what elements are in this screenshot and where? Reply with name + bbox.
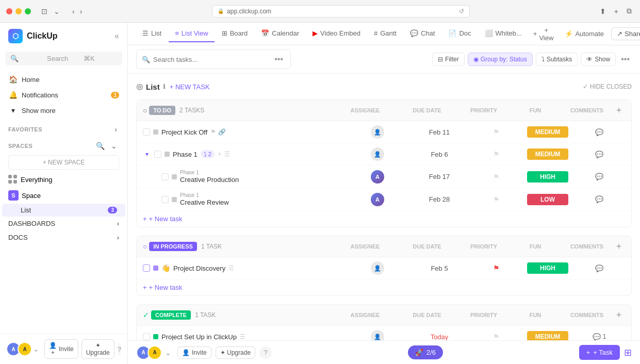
table-row[interactable]: Phase 1 Creative Review A Feb 28 ⚑ xyxy=(137,188,631,211)
task-flag-icon[interactable]: ⚑ xyxy=(210,128,216,136)
task-menu-icon[interactable]: ☰ xyxy=(240,333,245,340)
table-row[interactable]: Phase 1 Creative Production A Feb 17 ⚑ xyxy=(137,166,631,188)
forward-btn[interactable]: › xyxy=(78,6,85,16)
add-task-complete-btn[interactable]: + xyxy=(613,309,625,321)
priority-flag[interactable]: ⚑ xyxy=(493,195,500,204)
user-dropdown-btn[interactable]: ⌄ xyxy=(31,342,41,356)
priority-flag[interactable]: ⚑ xyxy=(493,128,500,136)
new-task-main-btn[interactable]: + + Task xyxy=(579,345,620,360)
toolbar-more-btn[interactable]: ••• xyxy=(619,53,632,66)
search-tasks-field[interactable] xyxy=(153,56,269,63)
tab-list-icon[interactable]: ☰ List xyxy=(136,25,168,42)
assignee-avatar[interactable]: A xyxy=(371,170,384,184)
minimize-window-btn[interactable] xyxy=(15,8,22,14)
tab-doc[interactable]: 📄 Doc xyxy=(442,25,477,42)
close-window-btn[interactable] xyxy=(6,8,12,14)
task-checkbox[interactable] xyxy=(161,173,169,180)
hide-closed-btn[interactable]: ✓ HIDE CLOSED xyxy=(583,83,632,90)
automate-btn[interactable]: ⚡ Automate xyxy=(561,28,608,40)
new-task-button[interactable]: + NEW TASK xyxy=(170,83,210,91)
filter-btn[interactable]: ⊟ Filter xyxy=(432,53,465,66)
share-button[interactable]: ↗ Share xyxy=(611,27,640,40)
windows-btn[interactable]: ⧉ xyxy=(625,6,634,16)
task-checkbox[interactable] xyxy=(154,151,161,158)
fun-badge[interactable]: HIGH xyxy=(527,171,568,183)
task-checkbox[interactable] xyxy=(143,128,150,136)
bottom-upgrade-btn[interactable]: ✦ Upgrade xyxy=(216,346,255,359)
sidebar-item-notifications[interactable]: 🔔 Notifications 1 xyxy=(0,87,127,103)
maximize-window-btn[interactable] xyxy=(25,8,31,14)
fun-badge[interactable]: MEDIUM xyxy=(527,331,568,340)
sidebar-item-dashboards[interactable]: DASHBOARDS › xyxy=(0,217,127,230)
fun-badge[interactable]: MEDIUM xyxy=(527,126,568,138)
todo-toggle-btn[interactable]: ○ xyxy=(143,106,147,114)
task-menu-icon[interactable]: ☰ xyxy=(228,264,234,272)
dropdown-btn[interactable]: ⌄ xyxy=(52,6,62,16)
info-icon[interactable]: ℹ xyxy=(163,83,166,90)
search-bar[interactable]: 🔍 Search ⌘K xyxy=(5,52,122,65)
new-space-button[interactable]: + NEW SPACE xyxy=(8,155,119,170)
help-button[interactable]: ? xyxy=(118,343,121,355)
logo[interactable]: ⬡ ClickUp xyxy=(8,29,58,43)
sidebar-item-list[interactable]: List 3 xyxy=(2,204,125,217)
task-link-icon[interactable]: 🔗 xyxy=(218,128,226,136)
complete-status-badge[interactable]: COMPLETE xyxy=(151,310,191,320)
reload-icon[interactable]: ↺ xyxy=(459,8,464,15)
bottom-user-dropdown-btn[interactable]: ⌄ xyxy=(163,348,173,358)
assignee-avatar[interactable]: 👤 xyxy=(371,147,384,161)
comment-icon[interactable]: 💬 xyxy=(593,333,601,341)
add-view-btn[interactable]: + + View xyxy=(529,24,558,44)
comment-icon[interactable]: 💬 xyxy=(595,173,603,180)
fun-badge[interactable]: HIGH xyxy=(527,262,568,274)
add-task-inprogress-btn[interactable]: + xyxy=(613,240,625,253)
priority-flag[interactable]: ⚑ xyxy=(493,333,500,340)
fun-badge[interactable]: LOW xyxy=(527,194,568,205)
priority-flag[interactable]: ⚑ xyxy=(493,150,500,158)
share-external-btn[interactable]: ⬆ xyxy=(598,6,608,16)
assignee-avatar[interactable]: A xyxy=(371,193,384,206)
tab-whiteb[interactable]: ⬜ Whiteb... xyxy=(479,25,528,42)
subtasks-btn[interactable]: ⤵ Subtasks xyxy=(536,53,578,66)
comment-icon[interactable]: 💬 xyxy=(595,128,603,136)
priority-flag[interactable]: ⚑ xyxy=(493,264,500,272)
inprogress-toggle-btn[interactable]: ○ xyxy=(143,242,147,251)
tab-gantt[interactable]: # Gantt xyxy=(368,25,403,42)
table-row[interactable]: ▾ Phase 1 ⤵ 2 + ☰ 👤 Feb 6 xyxy=(137,143,631,166)
task-checkbox[interactable] xyxy=(143,333,150,340)
sidebar-item-home[interactable]: 🏠 Home xyxy=(0,72,127,87)
tab-video-embed[interactable]: ▶ Video Embed xyxy=(306,25,367,42)
ai-sprint-btn[interactable]: 🚀 2/6 xyxy=(408,345,443,359)
favorites-expand-btn[interactable]: › xyxy=(112,124,119,135)
complete-toggle-btn[interactable]: ✓ xyxy=(143,311,149,319)
task-checkbox[interactable] xyxy=(143,264,150,272)
group-by-btn[interactable]: ◉ Group by: Status xyxy=(468,53,533,66)
add-subtask-icon[interactable]: + xyxy=(218,151,221,158)
new-tab-btn[interactable]: + xyxy=(612,6,620,16)
inprogress-status-badge[interactable]: IN PROGRESS xyxy=(149,242,196,251)
assignee-avatar[interactable]: 👤 xyxy=(371,261,384,275)
comment-icon[interactable]: 💬 xyxy=(595,151,603,158)
priority-flag[interactable]: ⚑ xyxy=(493,173,500,181)
table-row[interactable]: Project Kick Off ⚑ 🔗 👤 Feb 11 xyxy=(137,121,631,143)
expand-subtasks-btn[interactable]: ▾ xyxy=(143,150,151,158)
upgrade-button[interactable]: ✦ Upgrade xyxy=(81,339,114,359)
sidebar-item-show-more[interactable]: ▾ Show more xyxy=(0,103,127,118)
sidebar-item-space[interactable]: S Space xyxy=(0,187,127,204)
add-task-todo-btn[interactable]: + xyxy=(613,104,625,117)
collapse-sidebar-btn[interactable]: « xyxy=(114,31,119,41)
search-more-btn[interactable]: ••• xyxy=(272,53,285,66)
table-row[interactable]: Project Set Up in ClickUp ☰ 👤 Today ⚑ xyxy=(137,326,631,340)
comment-icon[interactable]: 💬 xyxy=(595,195,603,203)
sidebar-toggle-btn[interactable]: ⊡ xyxy=(39,6,50,16)
bottom-help-btn[interactable]: ? xyxy=(259,346,272,359)
grid-view-btn[interactable]: ⊞ xyxy=(624,347,632,358)
assignee-avatar[interactable]: 👤 xyxy=(371,125,384,139)
show-btn[interactable]: 👁 Show xyxy=(581,53,616,66)
tab-chat[interactable]: 💬 Chat xyxy=(404,25,441,42)
fun-badge[interactable]: MEDIUM xyxy=(527,148,568,160)
sidebar-item-everything[interactable]: Everything xyxy=(0,172,127,187)
task-checkbox[interactable] xyxy=(161,196,169,203)
todo-status-badge[interactable]: TO DO xyxy=(149,106,175,115)
add-task-inprogress-row[interactable]: + + New task xyxy=(137,279,631,295)
task-menu-icon[interactable]: ☰ xyxy=(224,151,230,158)
